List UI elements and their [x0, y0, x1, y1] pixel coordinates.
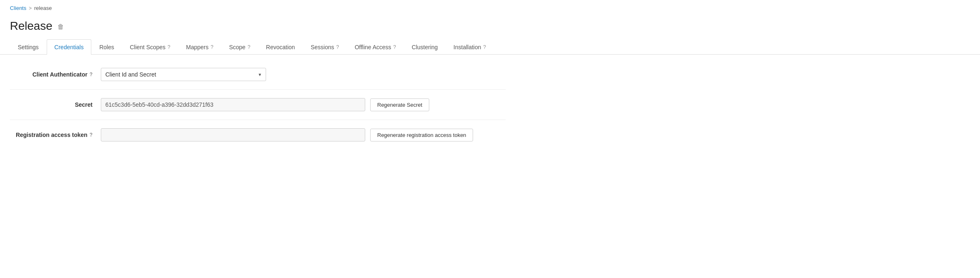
tab-offline-access-help-icon[interactable]: ? [393, 44, 396, 50]
tab-mappers[interactable]: Mappers ? [178, 39, 221, 55]
breadcrumb-current: release [34, 5, 52, 11]
client-authenticator-select[interactable]: Client Id and SecretClient Id and JWT si… [101, 68, 266, 81]
registration-token-control: Regenerate registration access token [101, 128, 506, 141]
secret-input[interactable] [101, 98, 365, 111]
secret-row: Secret Regenerate Secret [10, 98, 506, 120]
client-authenticator-help-icon[interactable]: ? [90, 72, 93, 77]
registration-token-help-icon[interactable]: ? [90, 132, 93, 138]
tab-sessions[interactable]: Sessions ? [303, 39, 347, 55]
delete-icon[interactable]: 🗑 [57, 23, 64, 31]
tab-scope[interactable]: Scope ? [221, 39, 258, 55]
credentials-form: Client Authenticator ? Client Id and Sec… [10, 68, 506, 150]
tab-client-scopes-label: Client Scopes [130, 44, 165, 50]
registration-token-input[interactable] [101, 128, 365, 141]
secret-label: Secret [10, 101, 101, 108]
tab-scope-label: Scope [229, 44, 245, 50]
client-authenticator-label: Client Authenticator ? [10, 71, 101, 78]
breadcrumb: Clients > release [0, 0, 980, 14]
page-header: Release 🗑 [0, 14, 980, 33]
client-authenticator-select-wrapper: Client Id and SecretClient Id and JWT si… [101, 68, 266, 81]
tab-sessions-label: Sessions [311, 44, 334, 50]
regenerate-secret-button[interactable]: Regenerate Secret [370, 98, 429, 111]
tab-offline-access[interactable]: Offline Access ? [347, 39, 404, 55]
tab-revocation[interactable]: Revocation [258, 39, 303, 55]
tab-installation[interactable]: Installation ? [446, 39, 494, 55]
client-authenticator-row: Client Authenticator ? Client Id and Sec… [10, 68, 506, 90]
tab-roles[interactable]: Roles [91, 39, 122, 55]
tab-client-scopes[interactable]: Client Scopes ? [122, 39, 178, 55]
tab-revocation-label: Revocation [266, 44, 295, 50]
tab-installation-label: Installation [454, 44, 481, 50]
tab-sessions-help-icon[interactable]: ? [336, 44, 339, 50]
tab-client-scopes-help-icon[interactable]: ? [168, 44, 171, 50]
page-title: Release [10, 19, 52, 33]
regenerate-registration-token-button[interactable]: Regenerate registration access token [370, 129, 473, 141]
tab-clustering-label: Clustering [412, 44, 438, 50]
registration-token-row: Registration access token ? Regenerate r… [10, 128, 506, 150]
tab-offline-access-label: Offline Access [354, 44, 391, 50]
client-authenticator-control: Client Id and SecretClient Id and JWT si… [101, 68, 506, 81]
tab-mappers-label: Mappers [186, 44, 208, 50]
breadcrumb-clients-link[interactable]: Clients [10, 5, 26, 11]
breadcrumb-separator: > [29, 5, 32, 11]
tab-credentials-label: Credentials [55, 44, 84, 50]
tab-mappers-help-icon[interactable]: ? [211, 44, 214, 50]
tab-credentials[interactable]: Credentials [47, 39, 92, 55]
tab-installation-help-icon[interactable]: ? [483, 44, 486, 50]
tab-settings[interactable]: Settings [10, 39, 47, 55]
tab-settings-label: Settings [18, 44, 39, 50]
content-area: Client Authenticator ? Client Id and Sec… [0, 55, 980, 171]
tab-roles-label: Roles [99, 44, 114, 50]
tab-clustering[interactable]: Clustering [404, 39, 446, 55]
tab-scope-help-icon[interactable]: ? [247, 44, 250, 50]
tabs-nav: Settings Credentials Roles Client Scopes… [0, 33, 980, 55]
secret-control: Regenerate Secret [101, 98, 506, 111]
registration-token-label: Registration access token ? [10, 132, 101, 138]
